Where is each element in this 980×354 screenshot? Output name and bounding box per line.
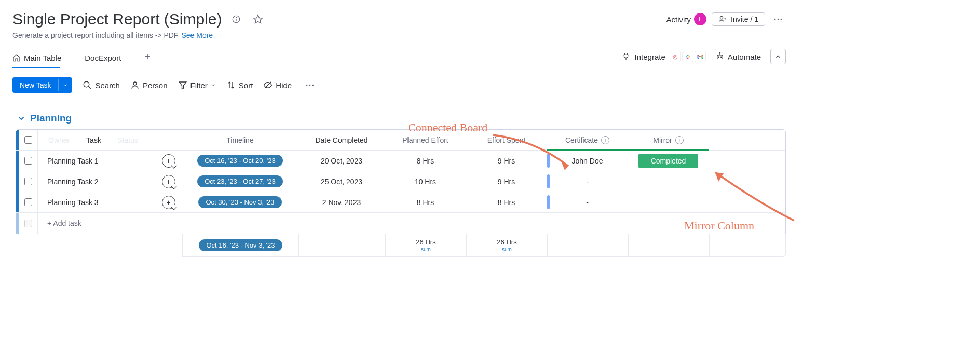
col-planned[interactable]: Planned Effort xyxy=(385,130,466,150)
row-checkbox[interactable] xyxy=(19,151,38,171)
search-button[interactable]: Search xyxy=(83,80,120,90)
add-tab-button[interactable]: + xyxy=(144,51,151,67)
table-row: Planning Task 2 + Oct 23, '23 - Oct 27, … xyxy=(16,171,785,192)
chevron-down-icon xyxy=(63,83,68,88)
col-mirror[interactable]: Mirror i xyxy=(628,130,709,150)
svg-line-20 xyxy=(89,86,91,89)
add-conversation-icon: + xyxy=(162,196,175,209)
group-title: Planning xyxy=(30,113,72,124)
info-icon[interactable]: i xyxy=(601,136,609,144)
info-icon[interactable]: i xyxy=(675,136,684,144)
spent-cell[interactable]: 8 Hrs xyxy=(466,192,547,212)
automate-label: Automate xyxy=(728,52,761,61)
tab-main-table[interactable]: Main Table xyxy=(12,50,67,67)
group-header[interactable]: Planning xyxy=(17,113,786,124)
timeline-cell[interactable]: Oct 16, '23 - Oct 20, '23 xyxy=(182,151,298,171)
date-cell[interactable]: 25 Oct, 2023 xyxy=(298,171,385,192)
conversation-button[interactable]: + xyxy=(155,192,182,212)
certificate-cell[interactable]: John Doe xyxy=(547,151,628,171)
chevron-down-icon xyxy=(17,114,26,123)
certificate-cell[interactable]: - xyxy=(547,192,628,212)
mirror-cell[interactable]: Completed xyxy=(628,151,709,171)
sort-button[interactable]: Sort xyxy=(226,80,253,90)
svg-rect-11 xyxy=(687,55,689,56)
timeline-cell[interactable]: Oct 30, '23 - Nov 3, '23 xyxy=(182,192,298,212)
integrate-button[interactable]: Integrate ◎ xyxy=(621,51,706,62)
row-checkbox[interactable] xyxy=(19,171,38,192)
hide-button[interactable]: Hide xyxy=(263,80,292,90)
sort-icon xyxy=(226,80,236,90)
certificate-cell[interactable]: - xyxy=(547,171,628,192)
plug-icon xyxy=(621,52,631,61)
person-filter-button[interactable]: Person xyxy=(130,80,168,90)
ghost-owner: Owner xyxy=(48,136,70,144)
add-conversation-icon: + xyxy=(162,175,175,188)
new-task-button[interactable]: New Task xyxy=(12,77,72,93)
col-spent[interactable]: Effort Spent xyxy=(466,130,547,150)
new-task-dropdown[interactable] xyxy=(58,79,72,91)
select-all-checkbox[interactable] xyxy=(19,130,38,150)
col-task[interactable]: Owner Task Status xyxy=(38,130,155,150)
task-name-cell[interactable]: Planning Task 2 xyxy=(38,171,155,192)
svg-point-24 xyxy=(306,85,308,86)
filter-button[interactable]: Filter xyxy=(178,80,216,90)
collapse-button[interactable] xyxy=(770,49,786,64)
col-certificate[interactable]: Certificate i xyxy=(547,130,628,150)
activity-button[interactable]: Activity L xyxy=(666,13,707,25)
slack-icon xyxy=(682,51,693,62)
filter-label: Filter xyxy=(190,81,208,90)
date-cell[interactable]: 20 Oct, 2023 xyxy=(298,151,385,171)
avatar: L xyxy=(694,13,706,25)
integration-icons: ◎ xyxy=(670,51,706,62)
conversation-button[interactable]: + xyxy=(155,151,182,171)
tab-separator xyxy=(77,52,77,61)
row-checkbox xyxy=(19,213,38,234)
search-label: Search xyxy=(95,81,120,90)
tab-label: DocExport xyxy=(85,53,121,62)
subtitle: Generate a project report including all … xyxy=(12,31,178,39)
col-timeline[interactable]: Timeline xyxy=(182,130,298,150)
svg-rect-10 xyxy=(686,56,687,58)
planned-cell[interactable]: 8 Hrs xyxy=(385,151,466,171)
svg-point-9 xyxy=(781,19,782,20)
task-name-cell[interactable]: Planning Task 3 xyxy=(38,192,155,212)
planned-cell[interactable]: 10 Hrs xyxy=(385,171,466,192)
gmail-icon xyxy=(695,51,706,62)
svg-point-2 xyxy=(236,17,236,18)
activity-label: Activity xyxy=(666,15,691,24)
invite-button[interactable]: Invite / 1 xyxy=(712,12,765,26)
add-task-label[interactable]: + Add task xyxy=(38,213,785,234)
add-conversation-icon: + xyxy=(162,154,175,168)
spent-cell[interactable]: 9 Hrs xyxy=(466,171,547,192)
svg-point-21 xyxy=(133,82,137,85)
info-icon[interactable] xyxy=(228,11,244,27)
svg-point-25 xyxy=(309,85,311,86)
more-tools-icon[interactable] xyxy=(302,77,318,93)
conversation-button[interactable]: + xyxy=(155,171,182,192)
col-date[interactable]: Date Completed xyxy=(298,130,385,150)
hide-label: Hide xyxy=(276,81,292,90)
star-icon[interactable] xyxy=(250,11,266,27)
planned-cell[interactable]: 8 Hrs xyxy=(385,192,466,212)
svg-point-26 xyxy=(312,85,314,86)
date-cell[interactable]: 2 Nov, 2023 xyxy=(298,192,385,212)
person-add-icon xyxy=(718,15,727,23)
add-task-row[interactable]: + Add task xyxy=(16,213,785,234)
tab-separator xyxy=(137,52,137,61)
group-footer: Oct 16, '23 - Nov 3, '23 26 Hrs sum 26 H… xyxy=(16,234,786,257)
mirror-cell[interactable] xyxy=(628,192,709,212)
ghost-status: Status xyxy=(117,136,138,144)
home-icon xyxy=(12,53,21,62)
see-more-link[interactable]: See More xyxy=(181,31,213,39)
new-task-label: New Task xyxy=(12,77,58,93)
tab-docexport[interactable]: DocExport xyxy=(85,50,127,67)
more-icon[interactable] xyxy=(770,11,786,27)
integration-app-icon: ◎ xyxy=(670,51,681,62)
mirror-cell[interactable] xyxy=(628,171,709,192)
timeline-cell[interactable]: Oct 23, '23 - Oct 27, '23 xyxy=(182,171,298,192)
row-checkbox[interactable] xyxy=(19,192,38,212)
task-name-cell[interactable]: Planning Task 1 xyxy=(38,151,155,171)
table-header-row: Owner Task Status Timeline Date Complete… xyxy=(16,130,785,151)
spent-cell[interactable]: 9 Hrs xyxy=(466,151,547,171)
automate-button[interactable]: Automate xyxy=(715,52,761,61)
